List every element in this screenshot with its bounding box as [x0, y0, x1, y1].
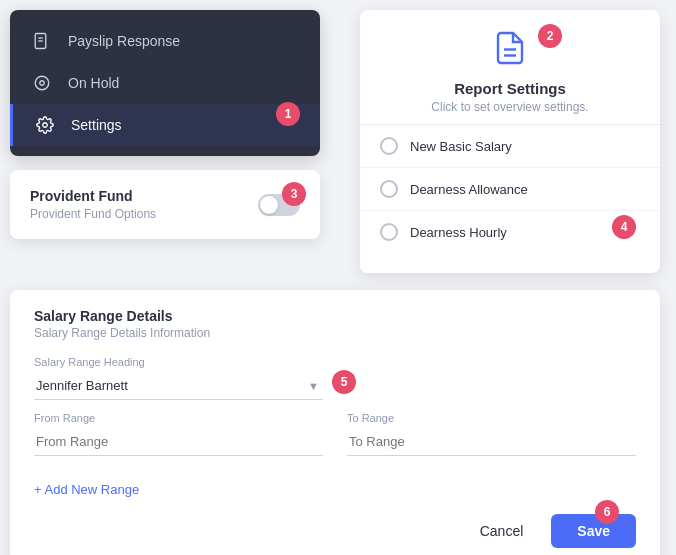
salary-heading-field: Salary Range Heading Jennifer Barnett ▼ [34, 356, 323, 400]
badge-5: 5 [332, 370, 356, 394]
report-header: Report Settings Click to set overview se… [360, 10, 660, 125]
provident-fund-panel: Provident Fund Provident Fund Options [10, 170, 320, 239]
sidebar-item-settings-label: Settings [71, 117, 122, 133]
svg-point-5 [43, 123, 48, 128]
sidebar-panel: Payslip Response On Hold Settings [10, 10, 320, 156]
badge-1: 1 [276, 102, 300, 126]
badge-3: 3 [282, 182, 306, 206]
from-range-field: From Range [34, 412, 323, 456]
sidebar-item-payslip[interactable]: Payslip Response [10, 20, 320, 62]
sidebar-item-payslip-label: Payslip Response [68, 33, 180, 49]
provident-text: Provident Fund Provident Fund Options [30, 188, 156, 221]
radio-dearness-allowance [380, 180, 398, 198]
svg-point-3 [35, 76, 49, 90]
from-range-input[interactable] [34, 428, 323, 456]
to-range-field: To Range [347, 412, 636, 456]
radio-basic-salary [380, 137, 398, 155]
salary-range-row: From Range To Range [34, 412, 636, 456]
toggle-knob [260, 196, 278, 214]
report-option-dearness-allowance-label: Dearness Allowance [410, 182, 528, 197]
save-button[interactable]: Save [551, 514, 636, 548]
to-range-input[interactable] [347, 428, 636, 456]
salary-range-panel: Salary Range Details Salary Range Detail… [10, 290, 660, 555]
payslip-icon [28, 32, 56, 50]
to-range-label: To Range [347, 412, 636, 424]
badge-6: 6 [595, 500, 619, 524]
sidebar-item-settings[interactable]: Settings [10, 104, 320, 146]
onhold-icon [28, 74, 56, 92]
sidebar-item-onhold-label: On Hold [68, 75, 119, 91]
add-range-button[interactable]: + Add New Range [34, 482, 139, 497]
svg-point-4 [40, 81, 45, 86]
sidebar-item-onhold[interactable]: On Hold [10, 62, 320, 104]
salary-heading-select[interactable]: Jennifer Barnett [34, 372, 323, 400]
settings-icon [31, 116, 59, 134]
provident-subtitle: Provident Fund Options [30, 207, 156, 221]
salary-heading-label: Salary Range Heading [34, 356, 323, 368]
provident-title: Provident Fund [30, 188, 156, 204]
salary-subtitle: Salary Range Details Information [34, 326, 636, 340]
salary-footer: Cancel Save [34, 514, 636, 548]
report-option-basic-salary[interactable]: New Basic Salary [360, 125, 660, 168]
salary-title: Salary Range Details [34, 308, 636, 324]
from-range-label: From Range [34, 412, 323, 424]
report-option-dearness-allowance[interactable]: Dearness Allowance [360, 168, 660, 211]
report-title: Report Settings [454, 80, 566, 97]
report-icon [492, 30, 528, 74]
badge-2: 2 [538, 24, 562, 48]
badge-4: 4 [612, 215, 636, 239]
radio-dearness-hourly [380, 223, 398, 241]
report-subtitle: Click to set overview settings. [431, 100, 588, 114]
salary-heading-select-wrap: Jennifer Barnett ▼ [34, 372, 323, 400]
report-option-basic-salary-label: New Basic Salary [410, 139, 512, 154]
cancel-button[interactable]: Cancel [464, 515, 540, 547]
report-option-dearness-hourly-label: Dearness Hourly [410, 225, 507, 240]
